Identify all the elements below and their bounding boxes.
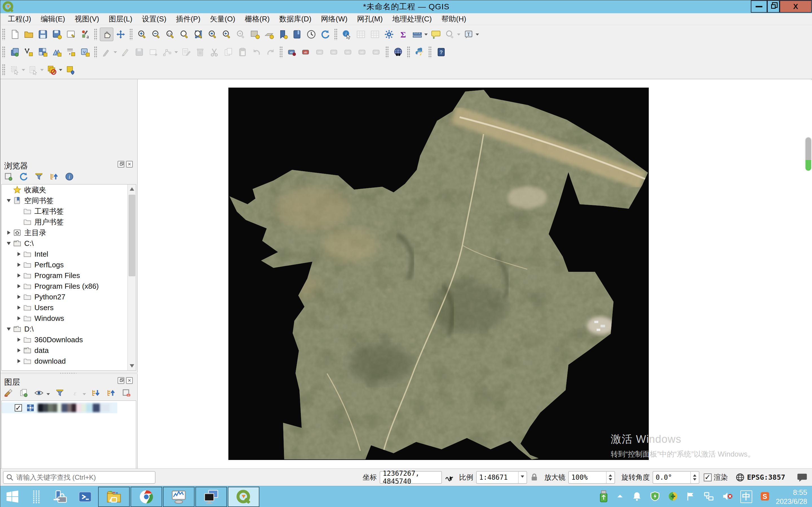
scroll-up-icon[interactable] xyxy=(130,187,134,191)
filter-browser-button[interactable] xyxy=(34,171,44,182)
expand-icon[interactable] xyxy=(15,338,23,342)
refresh-map-button[interactable] xyxy=(319,27,332,41)
menu-item-1[interactable]: 工程(J) xyxy=(3,13,36,25)
magnifier-spinbox[interactable]: 100% xyxy=(568,471,615,484)
expand-icon[interactable] xyxy=(4,231,13,235)
filter-by-expression-button[interactable]: ε xyxy=(70,388,80,398)
network-status-icon[interactable] xyxy=(703,491,714,503)
browser-item-用户书签[interactable]: 用户书签 xyxy=(2,217,136,227)
map-tips-button[interactable] xyxy=(429,27,443,41)
minimize-button[interactable] xyxy=(751,0,767,13)
layer-visibility-checkbox[interactable]: ✓ xyxy=(15,404,22,411)
browser-item-收藏夹[interactable]: 收藏夹 xyxy=(2,184,136,195)
zoom-next-button[interactable] xyxy=(234,27,248,41)
toolbar-handle[interactable] xyxy=(428,46,432,58)
menu-item-4[interactable]: 图层(L) xyxy=(104,13,137,25)
toolbar-handle[interactable] xyxy=(2,46,5,58)
browser-item-perflogs[interactable]: PerfLogs xyxy=(2,260,136,270)
rotate-label-button[interactable]: ab xyxy=(356,45,369,59)
select-by-value-dropdown-icon[interactable] xyxy=(40,69,44,73)
paste-features-button[interactable] xyxy=(236,45,249,59)
browser-item-d-[interactable]: D:\ xyxy=(2,324,136,334)
add-vector-layer-button[interactable] xyxy=(22,45,36,59)
expand-icon[interactable] xyxy=(15,252,23,256)
browser-item-intel[interactable]: Intel xyxy=(2,249,136,260)
tray-expand-icon[interactable] xyxy=(616,492,624,502)
menu-item-7[interactable]: 矢量(O) xyxy=(205,13,240,25)
volume-muted-icon[interactable] xyxy=(722,491,733,503)
select-features-dropdown-icon[interactable] xyxy=(22,69,25,73)
open-layer-styling-button[interactable] xyxy=(3,388,14,398)
zoom-native-button[interactable]: 1:1 xyxy=(163,27,177,41)
expand-icon[interactable] xyxy=(15,348,23,352)
measure-line-dropdown-icon[interactable] xyxy=(424,34,428,37)
coordinate-input[interactable]: 12367267, 4845740 xyxy=(380,471,442,484)
input-method-icon[interactable]: 中 xyxy=(741,490,752,503)
manage-visibility-button[interactable] xyxy=(34,388,44,398)
show-hidden-labels-button[interactable]: ab xyxy=(327,45,341,59)
toolbar-handle[interactable] xyxy=(2,64,5,76)
pin-labels-button[interactable]: ab xyxy=(313,45,327,59)
current-edits-button[interactable] xyxy=(100,45,113,59)
menu-item-10[interactable]: 网络(W) xyxy=(316,13,352,25)
toolbar-handle[interactable] xyxy=(2,29,5,40)
menu-item-11[interactable]: 网孔(M) xyxy=(352,13,388,25)
security-shield-icon[interactable] xyxy=(650,491,660,503)
collapse-all-button[interactable] xyxy=(49,171,59,182)
overlay-scrollbar[interactable] xyxy=(806,137,811,171)
browser-item-python27[interactable]: Python27 xyxy=(2,291,136,302)
toolbar-handle[interactable] xyxy=(94,46,97,58)
select-features-button[interactable] xyxy=(8,63,21,76)
resource-monitor[interactable] xyxy=(163,487,195,507)
browser-properties-button[interactable]: i xyxy=(64,171,75,182)
new-3d-map-view-button[interactable] xyxy=(262,27,276,41)
browser-item-data[interactable]: data xyxy=(2,345,136,356)
change-label-button[interactable]: ab xyxy=(370,45,384,59)
modify-attributes-button[interactable] xyxy=(179,45,193,59)
zoom-out-button[interactable] xyxy=(149,27,163,41)
pan-map-button[interactable] xyxy=(100,27,113,41)
pinned-dots[interactable] xyxy=(24,487,49,507)
current-edits-dropdown-icon[interactable] xyxy=(114,51,117,55)
measure-line-button[interactable] xyxy=(410,27,424,41)
search-locator-button[interactable] xyxy=(443,27,457,41)
toolbar-handle[interactable] xyxy=(94,29,97,40)
filter-by-expression-dropdown-icon[interactable] xyxy=(83,393,86,397)
undo-button[interactable] xyxy=(250,45,263,59)
action-flag-icon[interactable] xyxy=(686,491,696,503)
text-annotation-button[interactable]: T xyxy=(462,27,475,41)
dock-splitter[interactable] xyxy=(0,372,138,374)
expand-icon[interactable] xyxy=(15,274,23,277)
render-checkbox[interactable]: ✓ xyxy=(704,473,712,482)
qgis-app[interactable] xyxy=(228,487,259,507)
expand-icon[interactable] xyxy=(15,263,23,267)
move-label-button[interactable]: ab xyxy=(342,45,355,59)
browser-item-windows[interactable]: Windows xyxy=(2,313,136,324)
zoom-full-button[interactable] xyxy=(177,27,191,41)
collapse-icon[interactable] xyxy=(4,199,13,202)
close-button[interactable]: X xyxy=(779,0,812,13)
safety-center-icon[interactable] xyxy=(668,491,678,503)
browser-close-button[interactable]: ✕ xyxy=(126,161,133,168)
open-attribute-table-button[interactable] xyxy=(354,27,368,41)
toolbar-handle[interactable] xyxy=(386,46,389,58)
new-map-view-button[interactable] xyxy=(248,27,262,41)
browser-item-program-files[interactable]: Program Files xyxy=(2,270,136,281)
remove-layer-button[interactable] xyxy=(121,388,132,398)
zoom-to-layer-button[interactable] xyxy=(206,27,219,41)
new-print-layout-button[interactable] xyxy=(64,27,78,41)
menu-item-8[interactable]: 栅格(R) xyxy=(240,13,274,25)
cut-features-button[interactable] xyxy=(207,45,221,59)
layers-float-button[interactable] xyxy=(117,377,124,384)
map-canvas[interactable]: 激活 Windows 转到“控制面板”中的“系统”以激活 Windows。 xyxy=(138,79,812,468)
add-delimited-text-layer-button[interactable]: , xyxy=(64,45,78,59)
sogou-input-icon[interactable]: S xyxy=(760,491,770,503)
menu-item-3[interactable]: 视图(V) xyxy=(70,13,104,25)
vertex-tool-dropdown-icon[interactable] xyxy=(174,51,178,55)
refresh-browser-button[interactable] xyxy=(18,171,29,182)
processing-toolbox-button[interactable] xyxy=(382,27,396,41)
browser-item-users[interactable]: Users xyxy=(2,302,136,313)
style-manager-button[interactable]: a xyxy=(79,27,92,41)
open-statistics-table-button[interactable] xyxy=(368,27,382,41)
start-button[interactable] xyxy=(0,487,24,507)
